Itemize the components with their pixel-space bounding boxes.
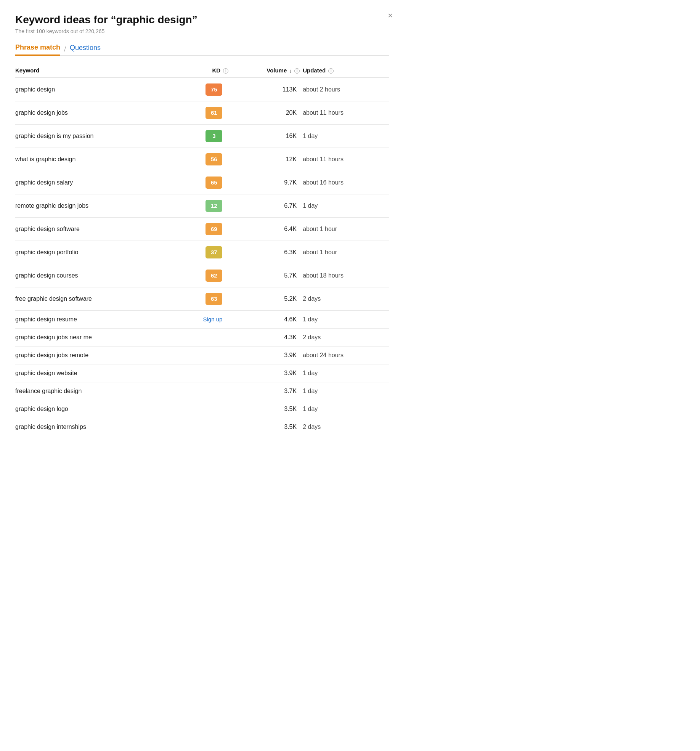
cell-kd: 37: [175, 241, 231, 264]
cell-volume: 5.2K: [231, 287, 303, 311]
signup-link[interactable]: Sign up: [203, 316, 222, 323]
updated-info-icon[interactable]: i: [328, 68, 334, 74]
cell-updated: about 11 hours: [303, 101, 389, 125]
kd-badge: 62: [206, 270, 222, 282]
cell-updated: 2 days: [303, 287, 389, 311]
kd-badge: 12: [206, 200, 222, 212]
col-keyword: Keyword: [15, 63, 175, 78]
cell-kd: [175, 400, 231, 418]
cell-volume: 9.7K: [231, 171, 303, 194]
kd-badge: 65: [206, 177, 222, 189]
cell-volume: 5.7K: [231, 264, 303, 287]
table-header-row: Keyword KD i Volume ↓ i Updated i: [15, 63, 389, 78]
cell-updated: 1 day: [303, 382, 389, 400]
cell-updated: about 24 hours: [303, 347, 389, 364]
modal-container: × Keyword ideas for “graphic design” The…: [0, 0, 404, 451]
cell-keyword: graphic design jobs remote: [15, 347, 175, 364]
cell-keyword: graphic design software: [15, 218, 175, 241]
cell-updated: 1 day: [303, 125, 389, 148]
table-row: graphic design internships3.5K2 days: [15, 418, 389, 436]
table-row: graphic design75113Kabout 2 hours: [15, 78, 389, 101]
tabs-container: Phrase match / Questions: [15, 43, 389, 56]
cell-updated: 1 day: [303, 400, 389, 418]
table-row: graphic design resumeSign up4.6K1 day: [15, 311, 389, 329]
table-row: graphic design jobs near me4.3K2 days: [15, 329, 389, 347]
cell-kd: 56: [175, 148, 231, 171]
kd-badge: 63: [206, 293, 222, 305]
cell-updated: 1 day: [303, 194, 389, 218]
cell-volume: 3.5K: [231, 418, 303, 436]
cell-volume: 20K: [231, 101, 303, 125]
cell-kd: 65: [175, 171, 231, 194]
cell-kd: 62: [175, 264, 231, 287]
cell-keyword: remote graphic design jobs: [15, 194, 175, 218]
table-row: free graphic design software635.2K2 days: [15, 287, 389, 311]
cell-keyword: graphic design website: [15, 364, 175, 382]
cell-volume: 3.7K: [231, 382, 303, 400]
kd-badge: 75: [206, 83, 222, 96]
table-row: graphic design portfolio376.3Kabout 1 ho…: [15, 241, 389, 264]
cell-volume: 16K: [231, 125, 303, 148]
cell-kd: [175, 329, 231, 347]
cell-keyword: graphic design resume: [15, 311, 175, 329]
cell-volume: 3.9K: [231, 347, 303, 364]
cell-volume: 3.9K: [231, 364, 303, 382]
cell-kd: 3: [175, 125, 231, 148]
cell-keyword: free graphic design software: [15, 287, 175, 311]
modal-title: Keyword ideas for “graphic design”: [15, 14, 389, 26]
tab-questions[interactable]: Questions: [70, 44, 101, 55]
kd-badge: 61: [206, 107, 222, 119]
table-row: graphic design is my passion316K1 day: [15, 125, 389, 148]
close-button[interactable]: ×: [388, 11, 393, 20]
kd-badge: 56: [206, 153, 222, 165]
cell-updated: about 1 hour: [303, 241, 389, 264]
kd-badge: 37: [206, 246, 222, 258]
cell-updated: 1 day: [303, 364, 389, 382]
cell-kd: [175, 382, 231, 400]
cell-keyword: graphic design logo: [15, 400, 175, 418]
cell-kd: 61: [175, 101, 231, 125]
cell-kd: [175, 418, 231, 436]
volume-info-icon[interactable]: i: [294, 68, 300, 74]
cell-keyword: graphic design internships: [15, 418, 175, 436]
table-row: graphic design jobs remote3.9Kabout 24 h…: [15, 347, 389, 364]
cell-kd: 63: [175, 287, 231, 311]
cell-keyword: graphic design portfolio: [15, 241, 175, 264]
cell-kd: Sign up: [175, 311, 231, 329]
tab-divider: /: [64, 45, 66, 53]
cell-keyword: graphic design jobs: [15, 101, 175, 125]
volume-sort-icon[interactable]: ↓: [289, 68, 292, 74]
cell-updated: about 2 hours: [303, 78, 389, 101]
kd-info-icon[interactable]: i: [223, 68, 228, 74]
cell-volume: 6.3K: [231, 241, 303, 264]
kd-badge: 69: [206, 223, 222, 235]
cell-kd: [175, 347, 231, 364]
table-row: remote graphic design jobs126.7K1 day: [15, 194, 389, 218]
cell-updated: about 1 hour: [303, 218, 389, 241]
cell-keyword: graphic design salary: [15, 171, 175, 194]
cell-keyword: freelance graphic design: [15, 382, 175, 400]
tab-phrase-match[interactable]: Phrase match: [15, 43, 60, 56]
kd-badge: 3: [206, 130, 222, 142]
table-row: graphic design logo3.5K1 day: [15, 400, 389, 418]
table-row: what is graphic design5612Kabout 11 hour…: [15, 148, 389, 171]
table-row: freelance graphic design3.7K1 day: [15, 382, 389, 400]
col-updated: Updated i: [303, 63, 389, 78]
cell-keyword: graphic design is my passion: [15, 125, 175, 148]
cell-updated: 2 days: [303, 418, 389, 436]
col-kd: KD i: [175, 63, 231, 78]
cell-volume: 6.7K: [231, 194, 303, 218]
cell-keyword: graphic design: [15, 78, 175, 101]
cell-updated: about 11 hours: [303, 148, 389, 171]
table-row: graphic design software696.4Kabout 1 hou…: [15, 218, 389, 241]
col-volume: Volume ↓ i: [231, 63, 303, 78]
cell-updated: 1 day: [303, 311, 389, 329]
table-row: graphic design jobs6120Kabout 11 hours: [15, 101, 389, 125]
cell-updated: about 18 hours: [303, 264, 389, 287]
cell-kd: [175, 364, 231, 382]
cell-volume: 6.4K: [231, 218, 303, 241]
cell-volume: 4.3K: [231, 329, 303, 347]
cell-keyword: graphic design jobs near me: [15, 329, 175, 347]
table-row: graphic design courses625.7Kabout 18 hou…: [15, 264, 389, 287]
cell-updated: 2 days: [303, 329, 389, 347]
